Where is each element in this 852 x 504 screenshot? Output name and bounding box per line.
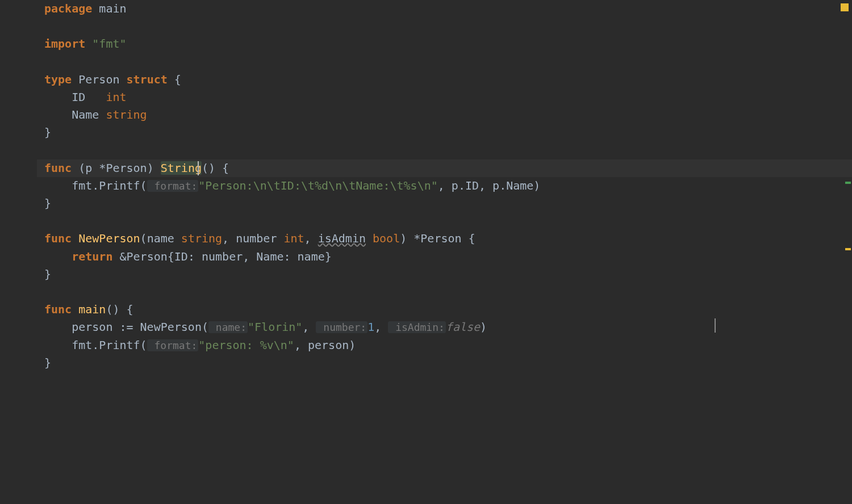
type-ref: Person	[127, 250, 168, 263]
code-line-empty[interactable]	[37, 18, 852, 35]
keyword: struct	[127, 73, 168, 86]
code-line[interactable]: package main	[37, 0, 852, 18]
builtin-type: bool	[373, 232, 400, 245]
code-line[interactable]: return &Person{ID: number, Name: name}	[37, 248, 852, 266]
param-hint: isAdmin:	[388, 321, 446, 333]
package-name: main	[99, 2, 126, 15]
keyword: type	[44, 73, 72, 86]
number-literal: 1	[367, 320, 374, 334]
secondary-caret	[715, 318, 716, 333]
builtin-type: int	[106, 90, 126, 104]
text-caret	[198, 161, 199, 175]
keyword: import	[44, 37, 85, 51]
unused-param: isAdmin	[318, 232, 366, 245]
bool-literal: false	[446, 320, 480, 334]
param-hint: number:	[316, 321, 367, 333]
code-editor[interactable]: package main import "fmt" type Person st…	[0, 0, 852, 504]
keyword: func	[44, 161, 72, 175]
type-name: Person	[78, 73, 119, 86]
code-line-empty[interactable]	[37, 53, 852, 71]
type-ref: Person	[106, 161, 147, 175]
param-hint: format:	[147, 180, 199, 192]
builtin-type: int	[283, 232, 304, 245]
code-line[interactable]: func NewPerson(name string, number int, …	[37, 230, 852, 247]
code-line[interactable]: ID int	[37, 89, 852, 106]
code-line[interactable]: person := NewPerson( name:"Florin", numb…	[37, 318, 852, 336]
builtin-type: string	[106, 108, 147, 121]
code-line[interactable]: }	[37, 195, 852, 212]
func-name: NewPerson	[78, 232, 140, 245]
keyword: package	[44, 2, 92, 15]
code-line[interactable]: func main() {	[37, 301, 852, 318]
code-line[interactable]: }	[37, 266, 852, 283]
func-name: String	[161, 161, 202, 175]
type-ref: Person	[420, 232, 461, 245]
code-line[interactable]: fmt.Printf( format:"Person:\n\tID:\t%d\n…	[37, 177, 852, 195]
string-literal: "Florin"	[248, 320, 302, 334]
keyword: func	[44, 303, 72, 316]
param-hint: format:	[147, 339, 199, 351]
code-line[interactable]: fmt.Printf( format:"person: %v\n", perso…	[37, 337, 852, 354]
gutter[interactable]	[0, 0, 37, 504]
code-area[interactable]: package main import "fmt" type Person st…	[37, 0, 852, 504]
field-name: ID	[72, 90, 106, 104]
code-line[interactable]: import "fmt"	[37, 35, 852, 53]
param-hint: name:	[208, 321, 248, 333]
keyword: return	[72, 250, 112, 263]
code-line[interactable]: Name string	[37, 106, 852, 124]
string-literal: "Person:\n\tID:\t%d\n\tName:\t%s\n"	[198, 179, 437, 192]
code-line[interactable]: type Person struct {	[37, 71, 852, 89]
string-literal: "person: %v\n"	[198, 338, 294, 352]
code-line-empty[interactable]	[37, 142, 852, 159]
code-line-empty[interactable]	[37, 212, 852, 230]
keyword: func	[44, 232, 72, 245]
field-name: Name	[72, 108, 106, 121]
func-name: main	[78, 303, 106, 316]
builtin-type: string	[181, 232, 222, 245]
code-line[interactable]: }	[37, 124, 852, 141]
code-line-empty[interactable]	[37, 283, 852, 301]
code-line-current[interactable]: func (p *Person) String() {	[37, 159, 852, 177]
code-line[interactable]: }	[37, 354, 852, 372]
import-path: "fmt"	[92, 37, 126, 51]
